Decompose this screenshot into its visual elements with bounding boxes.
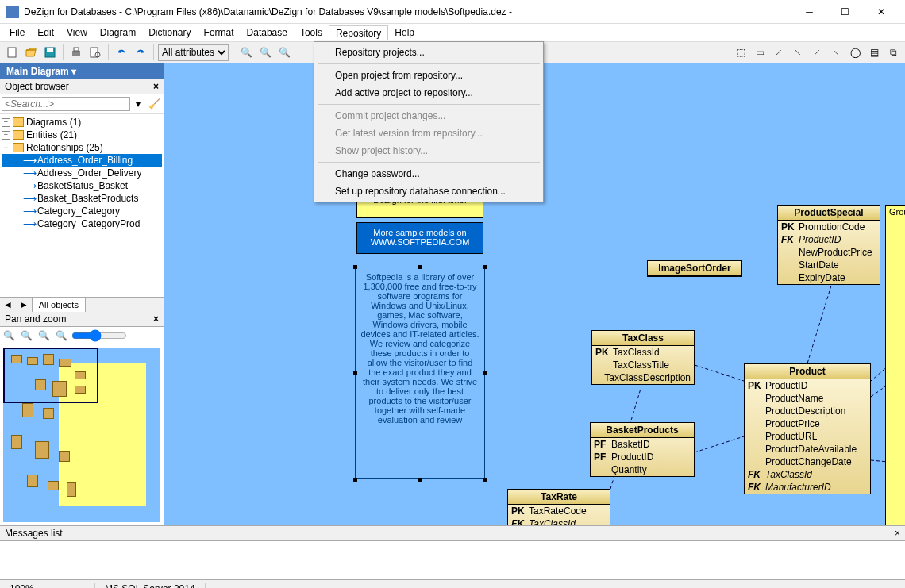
menu-item: Commit project changes... <box>316 107 541 125</box>
svg-line-7 <box>695 365 744 381</box>
menu-item[interactable]: Set up repository database connection... <box>316 183 541 200</box>
status-zoom: 100% <box>0 583 95 589</box>
titlebar: DeZign for Databases - C:\Program Files … <box>0 0 905 24</box>
tool-icon[interactable]: ▭ <box>751 44 768 61</box>
svg-rect-2 <box>47 48 53 52</box>
diagram-header[interactable]: Main Diagram ▾ <box>0 63 164 79</box>
tree-item[interactable]: ⟶Address_Order_Billing <box>2 154 162 167</box>
zoom-out-icon[interactable]: 🔍 <box>256 44 274 61</box>
panzoom-area[interactable]: 🔍 🔍 🔍 🔍 <box>0 327 164 525</box>
window-title: DeZign for Databases - C:\Program Files … <box>24 6 791 17</box>
zoom-in-icon[interactable]: 🔍 <box>2 329 16 343</box>
menu-item[interactable]: Open project from repository... <box>316 67 541 84</box>
entity-imagesortorder[interactable]: ImageSortOrder <box>647 260 742 277</box>
entity-basketproducts[interactable]: BasketProductsPFBasketIDPFProductIDQuant… <box>590 422 695 477</box>
svg-rect-4 <box>74 48 79 51</box>
menu-file[interactable]: File <box>3 25 31 40</box>
menu-database[interactable]: Database <box>241 25 294 40</box>
entity-taxclass[interactable]: TaxClassPKTaxClassIdTaxClassTitleTaxClas… <box>591 330 695 385</box>
entity-product[interactable]: ProductPKProductIDProductNameProductDesc… <box>744 363 871 494</box>
zoom-slider[interactable] <box>71 329 127 342</box>
statusbar: 100% MS SQL Server 2014 <box>0 579 905 588</box>
redo-icon[interactable] <box>132 44 149 61</box>
entity-taxrate[interactable]: TaxRatePKTaxRateCodeFKTaxClassIdTaxPrior… <box>507 489 610 525</box>
menu-tools[interactable]: Tools <box>294 25 329 40</box>
entity-productspecial[interactable]: ProductSpecialPKPromotionCodeFKProductID… <box>777 205 880 285</box>
messages-title: Messages list <box>5 528 63 539</box>
tool-icon[interactable]: ⟋ <box>770 44 788 61</box>
menu-format[interactable]: Format <box>198 25 241 40</box>
panzoom-header: Pan and zoom × <box>0 312 164 327</box>
svg-rect-0 <box>8 48 16 57</box>
tree-item[interactable]: +Entities (21) <box>2 129 162 141</box>
menu-view[interactable]: View <box>60 25 94 40</box>
textbox[interactable]: Softpedia is a library of over 1,300,000… <box>355 267 485 479</box>
tree-item[interactable]: ⟶Category_Category <box>2 205 162 217</box>
close-icon[interactable]: × <box>153 81 159 92</box>
tree-item[interactable]: ⟶Basket_BasketProducts <box>2 192 162 205</box>
new-icon[interactable] <box>3 44 21 61</box>
close-button[interactable]: ✕ <box>863 0 899 24</box>
tool-icon[interactable]: ⟍ <box>789 44 807 61</box>
close-icon[interactable]: × <box>153 313 159 325</box>
zoom-fit-icon[interactable]: 🔍 <box>54 329 68 343</box>
attributes-combo[interactable]: All attributes <box>158 44 229 61</box>
menu-item[interactable]: Repository projects... <box>316 44 541 61</box>
search-input[interactable] <box>2 97 130 111</box>
tab-next-icon[interactable]: ► <box>16 298 32 312</box>
menu-item: Show project history... <box>316 142 541 159</box>
groupbox[interactable]: Groupbox1 <box>885 205 905 525</box>
menu-dictionary[interactable]: Dictionary <box>142 25 197 40</box>
print-preview-icon[interactable] <box>87 44 104 61</box>
textbox[interactable]: More sample models on WWW.SOFTPEDIA.COM <box>356 222 483 254</box>
tree-item[interactable]: ⟶Address_Order_Delivery <box>2 167 162 179</box>
search-dropdown-icon[interactable]: ▾ <box>130 96 146 112</box>
object-tree[interactable]: +Diagrams (1)+Entities (21)−Relationship… <box>0 114 164 297</box>
tree-item[interactable]: +Diagrams (1) <box>2 116 162 129</box>
menu-edit[interactable]: Edit <box>31 25 60 40</box>
left-panel: Main Diagram ▾ Object browser × ▾ 🧹 +Dia… <box>0 63 164 525</box>
tool-icon[interactable]: ⟋ <box>808 44 826 61</box>
minimize-button[interactable]: ─ <box>791 0 827 24</box>
close-icon[interactable]: × <box>895 528 900 539</box>
menu-help[interactable]: Help <box>388 25 421 40</box>
object-browser-header: Object browser × <box>0 79 164 94</box>
menu-repository[interactable]: Repository <box>329 25 388 40</box>
tree-item[interactable]: ⟶BasketStatus_Basket <box>2 179 162 192</box>
svg-line-11 <box>807 286 831 363</box>
print-icon[interactable] <box>67 44 85 61</box>
tool-icon[interactable]: ⧉ <box>884 44 902 61</box>
save-icon[interactable] <box>41 44 59 61</box>
tool-icon[interactable]: ▤ <box>865 44 883 61</box>
messages-panel: Messages list × <box>0 525 905 579</box>
tool-icon[interactable]: ⟍ <box>827 44 845 61</box>
status-db: MS SQL Server 2014 <box>95 583 206 589</box>
maximize-button[interactable]: ☐ <box>827 0 863 24</box>
tab-prev-icon[interactable]: ◄ <box>0 298 16 312</box>
zoom-out-icon[interactable]: 🔍 <box>19 329 33 343</box>
diagram-title: Main Diagram <box>6 66 69 77</box>
zoom-fit-icon[interactable]: 🔍 <box>275 44 293 61</box>
menubar: FileEditViewDiagramDictionaryFormatDatab… <box>0 24 905 41</box>
zoom-100-icon[interactable]: 🔍 <box>37 329 51 343</box>
tool-icon[interactable]: ⬚ <box>732 44 749 61</box>
menu-item[interactable]: Change password... <box>316 165 541 183</box>
tree-item[interactable]: −Relationships (25) <box>2 141 162 154</box>
clear-search-icon[interactable]: 🧹 <box>146 96 162 112</box>
tree-item[interactable]: ⟶Category_CategoryProd <box>2 217 162 230</box>
repository-menu: Repository projects...Open project from … <box>314 41 544 202</box>
menu-diagram[interactable]: Diagram <box>94 25 142 40</box>
menu-item[interactable]: Add active project to repository... <box>316 84 541 102</box>
undo-icon[interactable] <box>113 44 130 61</box>
app-icon <box>6 6 19 18</box>
panzoom-title: Pan and zoom <box>5 313 66 325</box>
svg-rect-3 <box>72 51 80 56</box>
zoom-in-icon[interactable]: 🔍 <box>237 44 255 61</box>
minimap[interactable] <box>3 348 160 522</box>
svg-line-8 <box>695 436 744 452</box>
menu-item: Get latest version from repository... <box>316 125 541 142</box>
tool-icon[interactable]: ◯ <box>846 44 864 61</box>
open-icon[interactable] <box>22 44 40 61</box>
object-browser-title: Object browser <box>5 81 69 92</box>
tab-all-objects[interactable]: All objects <box>32 298 86 312</box>
